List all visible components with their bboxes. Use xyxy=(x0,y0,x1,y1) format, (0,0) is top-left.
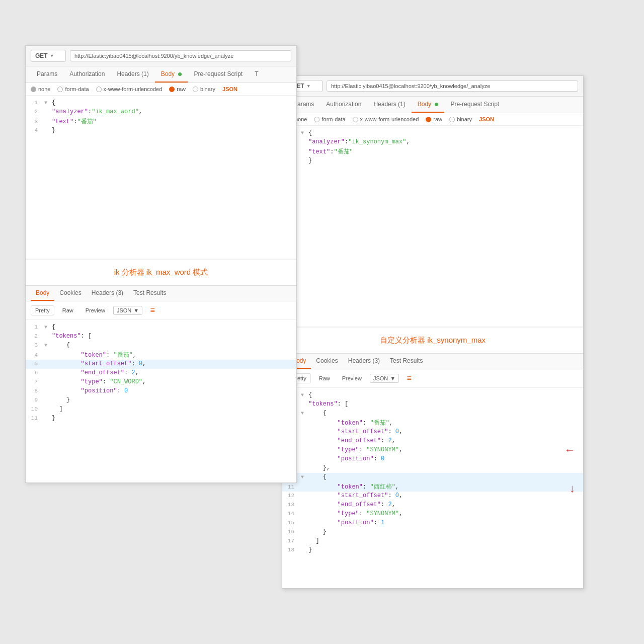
left-preview-btn[interactable]: Preview xyxy=(82,306,109,315)
left-pretty-btn[interactable]: Pretty xyxy=(31,305,54,315)
right-url-bar: GET ▼ http://Elastic:yibao0415@localhost… xyxy=(282,76,583,97)
code-line: 3 ▼ { xyxy=(282,409,583,418)
code-line: 12 "start_offset": 0, xyxy=(282,492,583,501)
code-line: 2 "analyzer":"ik_max_word", xyxy=(26,108,296,117)
code-line: 7 "type": "CN_WORD", xyxy=(26,378,296,387)
left-radio-urlencoded xyxy=(96,87,102,92)
left-request-editor[interactable]: 1 ▼ { 2 "analyzer":"ik_max_word", 3 "tex… xyxy=(26,96,296,259)
left-json-select[interactable]: JSON ▼ xyxy=(113,306,142,315)
left-resp-tab-body[interactable]: Body xyxy=(31,286,54,301)
right-json-select[interactable]: JSON ▼ xyxy=(370,374,399,383)
code-line: 13 "end_offset": 2, xyxy=(282,501,583,510)
left-resp-tab-headers[interactable]: Headers (3) xyxy=(87,286,128,301)
right-body-dot xyxy=(435,103,438,106)
down-arrow-annotation: ↓ xyxy=(569,483,576,496)
code-line: 14 "type": "SYNONYM", xyxy=(282,510,583,519)
left-opt-formdata[interactable]: form-data xyxy=(57,86,89,92)
code-line: 10 ] xyxy=(26,405,296,414)
code-line-xihongshi-start: 10 ▼ { xyxy=(282,473,583,482)
right-opt-binary[interactable]: binary xyxy=(449,116,472,122)
left-body-dot xyxy=(178,72,182,76)
left-radio-raw xyxy=(169,87,175,92)
code-line: 5 "start_offset": 0, xyxy=(26,360,296,369)
right-panel: GET ▼ http://Elastic:yibao0415@localhost… xyxy=(282,75,584,589)
left-resp-tab-testresults[interactable]: Test Results xyxy=(128,286,171,301)
code-line: 1 ▼ { xyxy=(26,99,296,108)
left-panel: GET ▼ http://Elastic:yibao0415@localhost… xyxy=(25,45,297,483)
left-resp-tab-cookies[interactable]: Cookies xyxy=(54,286,86,301)
right-response-tabs: Body Cookies Headers (3) Test Results xyxy=(282,354,583,369)
right-opt-formdata[interactable]: form-data xyxy=(314,116,345,122)
left-tab-prerequest[interactable]: Pre-request Script xyxy=(188,66,249,83)
right-resp-tab-testresults[interactable]: Test Results xyxy=(385,354,428,369)
code-line: 3 "text":"番茄" xyxy=(282,147,583,156)
left-tab-t[interactable]: T xyxy=(249,66,264,83)
right-tab-body[interactable]: Body xyxy=(412,97,445,113)
left-response-tabs: Body Cookies Headers (3) Test Results xyxy=(26,286,296,301)
right-preview-btn[interactable]: Preview xyxy=(338,374,366,383)
left-opt-raw[interactable]: raw xyxy=(169,86,186,92)
right-opt-urlencoded-label: x-www-form-urlencoded xyxy=(360,116,419,122)
left-wrap-btn[interactable]: ≡ xyxy=(146,304,158,316)
right-radio-binary xyxy=(449,117,455,122)
right-raw-btn[interactable]: Raw xyxy=(315,374,334,383)
code-line: 18 } xyxy=(282,546,583,555)
left-method-select[interactable]: GET ▼ xyxy=(31,50,66,62)
right-json-select-label: JSON xyxy=(373,375,388,381)
code-line: 16 } xyxy=(282,528,583,537)
left-url-bar: GET ▼ http://Elastic:yibao0415@localhost… xyxy=(26,46,296,66)
code-line: 9 }, xyxy=(282,464,583,473)
right-opt-formdata-label: form-data xyxy=(321,116,345,122)
right-tab-prerequest[interactable]: Pre-request Script xyxy=(444,97,505,113)
left-tab-headers[interactable]: Headers (1) xyxy=(111,66,154,83)
left-opt-binary[interactable]: binary xyxy=(193,86,215,92)
code-line: 17 ] xyxy=(282,537,583,546)
right-opt-json[interactable]: JSON xyxy=(479,116,494,122)
left-tab-authorization[interactable]: Authorization xyxy=(63,66,111,83)
right-response-editor[interactable]: 1 ▼ { 2 "tokens": [ 3 ▼ { 4 "token": "番茄… xyxy=(282,388,583,589)
code-line: 2 "tokens": [ xyxy=(26,332,296,341)
code-line: 8 "position": 0 xyxy=(26,387,296,396)
code-line-synonym-arrow: 7 "type": "SYNONYM", ← xyxy=(282,446,583,455)
left-opt-json[interactable]: JSON xyxy=(222,86,237,92)
right-caption: 自定义分析器 ik_synonym_max xyxy=(282,327,583,353)
main-container: GET ▼ http://Elastic:yibao0415@localhost… xyxy=(25,45,619,599)
right-tab-headers[interactable]: Headers (1) xyxy=(367,97,411,113)
right-json-label: JSON xyxy=(479,116,494,122)
left-method-label: GET xyxy=(35,52,48,59)
right-response-toolbar: Pretty Raw Preview JSON ▼ ≡ xyxy=(282,369,583,388)
right-wrap-btn[interactable]: ≡ xyxy=(403,372,415,384)
left-json-label: JSON xyxy=(222,86,237,92)
right-radio-urlencoded xyxy=(353,117,358,122)
right-url-input[interactable]: http://Elastic:yibao0415@localhost:9200/… xyxy=(327,80,578,92)
left-opt-none[interactable]: none xyxy=(31,86,50,92)
left-response-toolbar: Pretty Raw Preview JSON ▼ ≡ xyxy=(26,301,296,320)
right-tabs-bar: Params Authorization Headers (1) Body Pr… xyxy=(282,97,583,113)
left-raw-btn[interactable]: Raw xyxy=(58,306,77,315)
left-json-select-label: JSON xyxy=(117,307,131,313)
code-line-xihongshi: 11 "token": "西红柿", ↓ xyxy=(282,482,583,492)
left-tabs-bar: Params Authorization Headers (1) Body Pr… xyxy=(26,66,296,83)
left-tab-body[interactable]: Body xyxy=(155,66,188,83)
code-line: 4 } xyxy=(282,156,583,166)
left-response-editor[interactable]: 1 ▼ { 2 "tokens": [ 3 ▼ { 4 "token": "番茄… xyxy=(26,320,296,483)
code-line: 1 ▼ { xyxy=(282,391,583,400)
code-line: 4 } xyxy=(26,126,296,135)
code-line: 8 "position": 0 xyxy=(282,455,583,464)
code-line: 6 "end_offset": 2, xyxy=(282,437,583,446)
right-request-editor[interactable]: 1 ▼ { 2 "analyzer":"ik_synonym_max", 3 "… xyxy=(282,126,583,327)
left-tab-params[interactable]: Params xyxy=(31,66,63,83)
code-line: 11 } xyxy=(26,414,296,423)
right-radio-formdata xyxy=(314,117,319,122)
code-line: 3 "text":"番茄" xyxy=(26,117,296,126)
left-opt-urlencoded[interactable]: x-www-form-urlencoded xyxy=(96,86,163,92)
left-opt-none-label: none xyxy=(38,86,50,92)
left-url-input[interactable]: http://Elastic:yibao0415@localhost:9200/… xyxy=(70,50,291,61)
right-opt-urlencoded[interactable]: x-www-form-urlencoded xyxy=(353,116,419,122)
code-line: 15 "position": 1 xyxy=(282,519,583,528)
right-resp-tab-cookies[interactable]: Cookies xyxy=(311,354,343,369)
right-resp-tab-headers[interactable]: Headers (3) xyxy=(343,354,385,369)
code-line: 2 "analyzer":"ik_synonym_max", xyxy=(282,138,583,147)
right-tab-authorization[interactable]: Authorization xyxy=(320,97,367,113)
right-opt-raw[interactable]: raw xyxy=(426,116,442,122)
